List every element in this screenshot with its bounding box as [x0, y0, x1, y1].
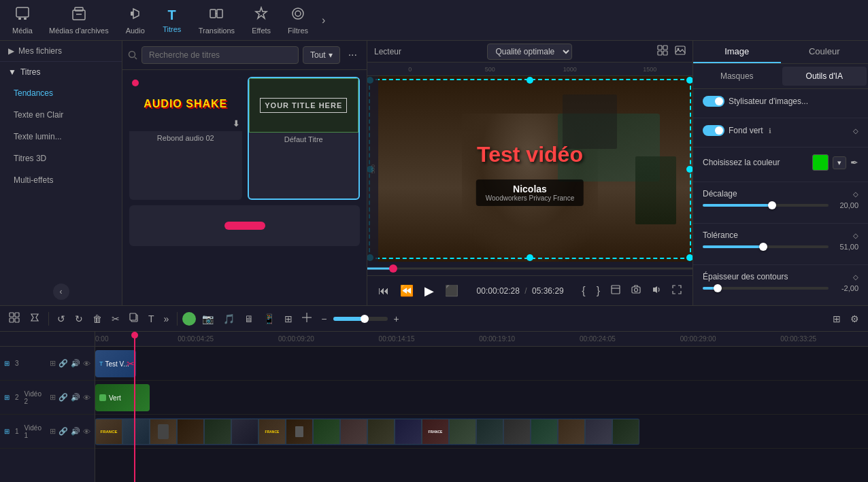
track2-link[interactable]: 🔗: [59, 393, 68, 402]
sidebar-item-texte-lumin[interactable]: Texte lumin...: [3, 126, 119, 147]
epaisseur-thumb[interactable]: [714, 284, 722, 292]
scrubber-thumb[interactable]: [389, 264, 397, 273]
scrubber-bar[interactable]: [367, 262, 692, 275]
grid-view-icon[interactable]: [657, 45, 668, 58]
zoom-slider[interactable]: [333, 317, 388, 321]
track1-audio[interactable]: 🔊: [71, 427, 80, 436]
mes-fichiers-header[interactable]: ▶ Mes fichiers: [0, 41, 122, 62]
color-swatch[interactable]: [812, 154, 829, 171]
track1-link[interactable]: 🔗: [59, 427, 68, 436]
sidebar-item-multi-effets[interactable]: Multi-effets: [3, 170, 119, 190]
filter-dropdown[interactable]: Tout ▾: [303, 46, 340, 64]
toolbar-effets[interactable]: Effets: [244, 3, 278, 37]
toolbar-filtres[interactable]: Filtres: [281, 3, 315, 37]
tolerance-keyframe-icon[interactable]: ◇: [853, 232, 858, 239]
stop-button[interactable]: ⬛: [442, 283, 461, 298]
decalage-thumb[interactable]: [768, 201, 776, 209]
track3-expand[interactable]: ⊞: [50, 359, 56, 368]
copy-btn[interactable]: [126, 311, 142, 326]
fond-vert-toggle[interactable]: [703, 125, 724, 136]
screen-btn[interactable]: 🖥: [241, 311, 257, 326]
titles-more-btn[interactable]: ···: [344, 48, 361, 63]
decalage-slider[interactable]: 20,00: [703, 201, 858, 209]
add-green-btn[interactable]: [182, 312, 196, 326]
toolbar-archives[interactable]: Médias d'archives: [42, 3, 116, 37]
step-back-button[interactable]: ⏪: [397, 283, 416, 298]
scene-view-btn[interactable]: [5, 310, 23, 327]
ripple-btn[interactable]: [26, 310, 44, 327]
tolerance-thumb[interactable]: [759, 243, 767, 251]
text-btn[interactable]: T: [145, 311, 158, 326]
track2-eye[interactable]: 👁: [83, 393, 90, 402]
audio-tl-btn[interactable]: 🎵: [220, 311, 238, 326]
skip-back-button[interactable]: ⏮: [375, 283, 392, 298]
play-button[interactable]: ▶: [422, 282, 437, 300]
sidebar-item-texte-clair[interactable]: Texte en Clair: [3, 105, 119, 125]
stylisateur-toggle[interactable]: [703, 96, 724, 107]
sidebar-item-titres-3d[interactable]: Titres 3D: [3, 148, 119, 169]
fullscreen-button[interactable]: [669, 283, 684, 298]
mark-in-button[interactable]: {: [579, 283, 588, 298]
track2-clip[interactable]: Vert: [95, 384, 150, 411]
track3-eye[interactable]: 👁: [83, 359, 90, 368]
decalage-keyframe-icon[interactable]: ◇: [853, 190, 858, 198]
split-btn[interactable]: [299, 311, 315, 326]
eyedropper-icon[interactable]: ✒: [850, 157, 858, 168]
timeline-tracks-area[interactable]: 00:00:00 00:00:04:25 00:00:09:20 00:00:1…: [95, 332, 868, 482]
svg-rect-26: [10, 318, 14, 322]
search-input[interactable]: [141, 46, 299, 64]
quality-select[interactable]: Qualité optimale: [487, 44, 572, 60]
tab-couleur[interactable]: Couleur: [781, 41, 869, 63]
camera-tl-btn[interactable]: 📷: [199, 311, 217, 326]
tolerance-slider[interactable]: 51,00: [703, 243, 858, 251]
toolbar-titres[interactable]: T Titres: [155, 5, 189, 36]
svg-line-13: [135, 57, 137, 59]
track1-clip[interactable]: FRANCE: [95, 418, 639, 445]
tl-grid-btn[interactable]: ⊞: [829, 311, 844, 326]
color-dropdown-btn[interactable]: ▾: [833, 156, 846, 169]
tab-image[interactable]: Image: [693, 41, 781, 63]
left-panel-collapse-btn[interactable]: ‹: [53, 283, 69, 300]
redo-btn[interactable]: ↻: [71, 311, 86, 326]
track2-expand[interactable]: ⊞: [50, 393, 56, 402]
more-btn[interactable]: »: [161, 311, 173, 326]
pip-btn[interactable]: ⊞: [281, 311, 296, 326]
sidebar-item-tendances[interactable]: Tendances: [3, 83, 119, 103]
track3-audio[interactable]: 🔊: [71, 359, 80, 368]
track3-link[interactable]: 🔗: [59, 359, 68, 368]
delete-btn[interactable]: 🗑: [89, 311, 105, 326]
timestamps-label-spacer: [0, 332, 95, 347]
lecteur-label: Lecteur: [374, 47, 401, 56]
mark-out-button[interactable]: }: [594, 283, 603, 298]
toolbar-audio[interactable]: Audio: [118, 3, 152, 37]
camera-button[interactable]: [629, 283, 644, 298]
phone-btn[interactable]: 📱: [260, 311, 278, 326]
svg-rect-25: [15, 313, 19, 317]
subtab-masques[interactable]: Masques: [695, 67, 780, 86]
toolbar-media[interactable]: Média: [5, 3, 39, 37]
title-card-default[interactable]: YOUR TITLE HERE Défaut Titre: [248, 77, 361, 200]
volume-button[interactable]: [649, 283, 664, 298]
epaisseur-keyframe-icon[interactable]: ◇: [853, 273, 858, 281]
undo-btn[interactable]: ↺: [54, 311, 69, 326]
zoom-out-btn[interactable]: −: [318, 311, 330, 326]
fond-vert-keyframe-icon[interactable]: ◇: [853, 127, 858, 135]
track1-expand[interactable]: ⊞: [50, 427, 56, 436]
epaisseur-slider[interactable]: -2,00: [703, 284, 858, 292]
track1-eye[interactable]: 👁: [83, 427, 90, 436]
track3-label: ⊞ 3 ⊞ 🔗 🔊 👁: [0, 347, 95, 381]
toolbar-transitions[interactable]: Transitions: [192, 3, 241, 37]
subtab-outils-ia[interactable]: Outils d'IA: [782, 67, 867, 86]
track3-clip[interactable]: T Test V... ✂: [95, 350, 136, 377]
tl-settings-btn[interactable]: ⚙: [847, 311, 863, 326]
extra-btn1[interactable]: [608, 283, 623, 298]
zoom-thumb[interactable]: [361, 315, 369, 323]
zoom-in-btn[interactable]: +: [390, 311, 403, 326]
download-icon[interactable]: ⬇: [233, 119, 239, 128]
cut-btn[interactable]: ✂: [108, 311, 123, 326]
toolbar-expand-arrow[interactable]: ›: [318, 12, 329, 29]
title-card-audio-shake[interactable]: AUDIO SHAKE ⬇ Rebond audio 02: [129, 77, 242, 200]
image-icon[interactable]: [675, 45, 686, 58]
titres-section-header[interactable]: ▼ Titres: [0, 62, 122, 82]
track2-audio[interactable]: 🔊: [71, 393, 80, 402]
